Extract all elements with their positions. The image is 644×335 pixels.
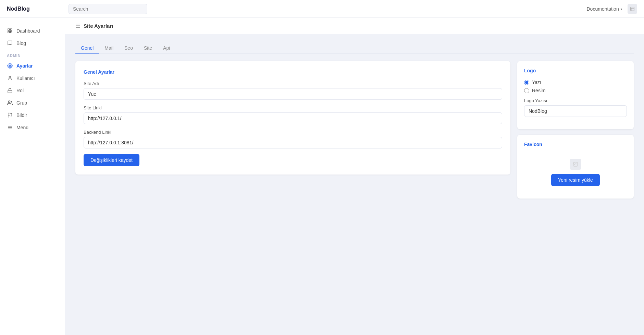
sidebar-item-label-bildir: Bildir — [16, 112, 27, 118]
site-adi-input[interactable] — [84, 88, 502, 100]
brand-logo: NodBlog — [7, 6, 69, 12]
topnav-right: Documentation — [587, 4, 637, 14]
logo-panel-title: Logo — [524, 68, 627, 73]
logo-yazisi-group: Logo Yazısı — [524, 98, 627, 117]
sidebar-item-label-kullanici: Kullanıcı — [16, 75, 35, 81]
sidebar-item-label-menu: Menü — [16, 125, 28, 130]
docs-link[interactable]: Documentation — [587, 6, 622, 12]
svg-rect-0 — [631, 7, 634, 11]
radio-yazi-input[interactable] — [524, 80, 529, 85]
sidebar-item-label-rol: Rol — [16, 88, 24, 93]
logo-panel: Logo Yazı Resim Logo Yazısı — [517, 61, 634, 129]
sidebar-item-dashboard[interactable]: Dashboard — [0, 25, 65, 37]
avatar[interactable] — [628, 4, 637, 14]
tab-site[interactable]: Site — [138, 43, 158, 54]
radio-resim-item[interactable]: Resim — [524, 88, 627, 93]
backend-linki-group: Backend Linki — [84, 130, 502, 148]
search-input[interactable] — [69, 4, 147, 14]
hamburger-icon: ☰ — [75, 23, 80, 29]
save-button[interactable]: Değişiklikleri kaydet — [84, 154, 139, 166]
page-header: ☰ Site Ayarları — [65, 18, 644, 34]
sidebar-item-label-blog: Blog — [16, 40, 26, 46]
upload-favicon-button[interactable]: Yeni resim yükle — [551, 174, 599, 186]
logo-yazisi-label: Logo Yazısı — [524, 98, 627, 103]
logo-yazisi-input[interactable] — [524, 105, 627, 117]
menu-icon — [7, 124, 13, 131]
sidebar-item-menu[interactable]: Menü — [0, 121, 65, 134]
svg-point-2 — [9, 76, 11, 78]
radio-yazi-item[interactable]: Yazı — [524, 80, 627, 85]
sidebar-item-label-dashboard: Dashboard — [16, 28, 40, 34]
sidebar-item-ayarlar[interactable]: Ayarlar — [0, 60, 65, 72]
tab-mail[interactable]: Mail — [99, 43, 119, 54]
sidebar-item-bildir[interactable]: Bildir — [0, 109, 65, 121]
backend-linki-label: Backend Linki — [84, 130, 502, 135]
content-area: Genel Mail Seo Site Api Genel Ayarlar Si… — [65, 34, 644, 334]
backend-linki-input[interactable] — [84, 137, 502, 148]
genel-ayarlar-card: Genel Ayarlar Site Adı Site Linki Backen… — [75, 61, 510, 175]
radio-yazi-label: Yazı — [532, 80, 541, 85]
flag-icon — [7, 112, 13, 118]
search-container — [69, 4, 147, 14]
favicon-panel-title: Favicon — [524, 142, 627, 147]
blog-icon — [7, 40, 13, 46]
group-icon — [7, 100, 13, 106]
user-icon — [7, 75, 13, 81]
svg-point-4 — [8, 101, 10, 103]
site-linki-input[interactable] — [84, 112, 502, 124]
lock-icon — [7, 87, 13, 94]
site-adi-group: Site Adı — [84, 81, 502, 100]
page-title: Site Ayarları — [84, 23, 113, 29]
cards-row: Genel Ayarlar Site Adı Site Linki Backen… — [75, 61, 634, 199]
main-content: ☰ Site Ayarları Genel Mail Seo Site Api … — [65, 18, 644, 335]
sidebar-item-kullanici[interactable]: Kullanıcı — [0, 72, 65, 84]
sidebar: Dashboard Blog ADMIN Ayarlar Kullanıcı — [0, 18, 65, 335]
svg-point-1 — [9, 65, 11, 67]
tab-seo[interactable]: Seo — [119, 43, 138, 54]
site-adi-label: Site Adı — [84, 81, 502, 86]
settings-icon — [7, 63, 13, 69]
favicon-panel: Favicon Yeni resim yükle — [517, 135, 634, 199]
tab-api[interactable]: Api — [158, 43, 175, 54]
svg-rect-3 — [8, 90, 12, 93]
sidebar-item-grup[interactable]: Grup — [0, 97, 65, 109]
sidebar-item-rol[interactable]: Rol — [0, 84, 65, 97]
logo-radio-group: Yazı Resim — [524, 80, 627, 93]
genel-ayarlar-title: Genel Ayarlar — [84, 69, 502, 75]
site-linki-label: Site Linki — [84, 105, 502, 110]
dashboard-icon — [7, 28, 13, 34]
sidebar-item-blog[interactable]: Blog — [0, 37, 65, 49]
sidebar-item-label-ayarlar: Ayarlar — [16, 63, 33, 69]
admin-section-label: ADMIN — [0, 49, 65, 60]
tabs-bar: Genel Mail Seo Site Api — [75, 43, 634, 54]
side-cards: Logo Yazı Resim Logo Yazısı — [517, 61, 634, 199]
radio-resim-input[interactable] — [524, 88, 529, 93]
tab-genel[interactable]: Genel — [75, 43, 99, 54]
site-linki-group: Site Linki — [84, 105, 502, 124]
svg-point-10 — [574, 164, 575, 165]
favicon-area: Yeni resim yükle — [524, 153, 627, 192]
topnav: NodBlog Documentation — [0, 0, 644, 18]
sidebar-item-label-grup: Grup — [16, 100, 27, 106]
radio-resim-label: Resim — [532, 88, 546, 93]
favicon-image — [570, 159, 581, 170]
